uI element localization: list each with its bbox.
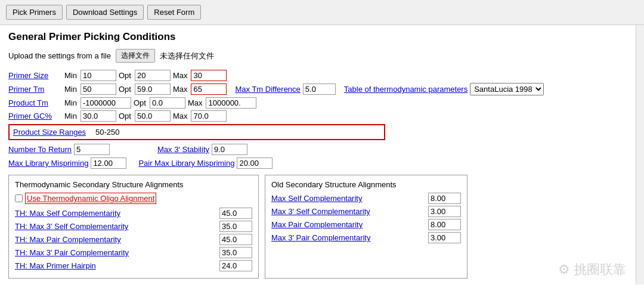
pair-max-lib-mispriming-input[interactable] [237,157,273,169]
download-settings-button[interactable]: Download Settings [66,5,144,20]
primer-gc-row: Primer GC% Min Opt Max [8,110,636,122]
page-title: General Primer Picking Conditions [8,31,636,43]
upload-row: Upload the settings from a file 选择文件 未选择… [8,49,636,63]
thermo-row-label-1[interactable]: TH: Max 3' Self Complementarity [15,222,216,231]
thermo-checkbox-label[interactable]: Use Thermodynamic Oligo Alignment [25,193,156,204]
old-panel-row: Max 3' Pair Complementarity [271,232,461,243]
max-3-stability-item: Max 3' Stability [157,144,247,155]
max-tm-diff-label[interactable]: Max Tm Difference [235,85,300,94]
primer-size-opt-input[interactable] [135,70,171,81]
primer-tm-min-label: Min [64,85,77,94]
thermo-panel-row: TH: Max Primer Hairpin [15,260,252,271]
old-panel-row: Max Self Complementarity [271,193,461,204]
thermo-table-select[interactable]: SantaLucia 1998 [470,83,544,95]
primer-size-min-label: Min [64,71,77,80]
thermo-panel-row: TH: Max 3' Self Complementarity [15,221,252,232]
number-to-return-label[interactable]: Number To Return [8,145,72,154]
old-panel-row: Max 3' Self Complementarity [271,206,461,217]
old-row-label-2[interactable]: Max Pair Complementarity [271,220,425,229]
primer-gc-opt-input[interactable] [135,110,171,122]
primer-gc-opt-label: Opt [119,112,131,120]
product-tm-max-input[interactable] [206,97,256,109]
thermo-panel-title: Thermodynamic Secondary Structure Alignm… [15,180,252,189]
thermo-row-input-0[interactable] [219,208,252,219]
old-row-input-2[interactable] [428,219,461,230]
thermo-row-label-2[interactable]: TH: Max Pair Complementarity [15,235,216,244]
max-lib-mispriming-input[interactable] [91,157,126,169]
reset-form-button[interactable]: Reset Form [147,5,201,20]
primer-gc-min-input[interactable] [80,110,116,122]
thermo-row-input-3[interactable] [219,247,252,258]
panels-row: Thermodynamic Secondary Structure Alignm… [8,175,636,279]
thermo-row-label-3[interactable]: TH: Max 3' Pair Complementarity [15,248,216,257]
number-to-return-input[interactable] [74,144,110,155]
max-tm-diff-input[interactable] [303,84,336,95]
pair-max-lib-mispriming-item: Pair Max Library Mispriming [138,157,273,169]
product-tm-opt-input[interactable] [150,97,185,109]
old-row-label-1[interactable]: Max 3' Self Complementarity [271,207,425,216]
pick-primers-button[interactable]: Pick Primers [6,5,63,20]
lib-row: Max Library Mispriming Pair Max Library … [8,157,636,169]
primer-tm-opt-input[interactable] [135,84,171,95]
thermo-row-label-0[interactable]: TH: Max Self Complementarity [15,209,216,218]
primer-gc-label[interactable]: Primer GC% [8,112,62,120]
primer-size-opt-label: Opt [119,71,131,80]
thermo-checkbox[interactable] [15,194,23,202]
product-tm-opt-label: Opt [134,98,146,107]
toolbar: Pick Primers Download Settings Reset For… [0,0,644,25]
mid-row: Number To Return Max 3' Stability [8,144,636,155]
number-to-return-item: Number To Return [8,144,110,155]
thermo-panel-row: TH: Max Pair Complementarity [15,234,252,245]
primer-size-label[interactable]: Primer Size [8,71,62,80]
product-tm-min-label: Min [64,98,77,107]
old-panel: Old Secondary Structure Alignments Max S… [265,175,467,279]
product-size-ranges-label[interactable]: Product Size Ranges [13,128,91,137]
max-lib-mispriming-item: Max Library Mispriming [8,157,126,169]
old-row-input-0[interactable] [428,193,461,204]
primer-tm-max-label: Max [173,85,188,94]
table-thermo-label[interactable]: Table of thermodynamic parameters [344,85,467,94]
choose-file-button[interactable]: 选择文件 [116,49,155,63]
primer-tm-row: Primer Tm Min Opt Max Max Tm Difference … [8,83,636,95]
thermo-checkbox-row: Use Thermodynamic Oligo Alignment [15,193,252,204]
product-size-row: Product Size Ranges [8,124,636,140]
max-3-stability-label[interactable]: Max 3' Stability [157,145,209,154]
thermo-panel-row: TH: Max Self Complementarity [15,208,252,219]
primer-size-max-label: Max [173,71,188,80]
thermo-panel: Thermodynamic Secondary Structure Alignm… [8,175,259,279]
thermo-rows: TH: Max Self Complementarity TH: Max 3' … [15,208,252,271]
thermo-row-input-2[interactable] [219,234,252,245]
product-tm-row: Product Tm Min Opt Max [8,97,636,109]
primer-size-row: Primer Size Min Opt Max [8,70,636,81]
main-content: General Primer Picking Conditions Upload… [0,25,644,285]
old-rows: Max Self Complementarity Max 3' Self Com… [271,193,461,243]
old-panel-title: Old Secondary Structure Alignments [271,180,461,189]
old-row-label-0[interactable]: Max Self Complementarity [271,194,425,203]
thermo-panel-row: TH: Max 3' Pair Complementarity [15,247,252,258]
product-size-ranges-input[interactable] [94,127,380,137]
product-tm-min-input[interactable] [80,97,131,109]
primer-size-min-input[interactable] [80,70,116,81]
old-row-input-1[interactable] [428,206,461,217]
primer-tm-max-input[interactable] [191,84,227,95]
primer-gc-max-label: Max [173,112,188,120]
primer-gc-min-label: Min [64,112,77,120]
pair-max-lib-mispriming-label[interactable]: Pair Max Library Mispriming [138,159,234,168]
old-row-label-3[interactable]: Max 3' Pair Complementarity [271,233,425,242]
old-row-input-3[interactable] [428,232,461,243]
thermo-row-input-1[interactable] [219,221,252,232]
product-tm-label[interactable]: Product Tm [8,98,62,107]
max-lib-mispriming-label[interactable]: Max Library Mispriming [8,159,88,168]
primer-tm-opt-label: Opt [119,85,131,94]
thermo-row-label-4[interactable]: TH: Max Primer Hairpin [15,261,216,270]
primer-gc-max-input[interactable] [191,110,227,122]
upload-label: Upload the settings from a file [8,51,111,60]
primer-size-max-input[interactable] [191,70,227,81]
product-tm-max-label: Max [188,98,203,107]
primer-tm-label[interactable]: Primer Tm [8,85,62,94]
no-file-label: 未选择任何文件 [160,51,214,61]
thermo-row-input-4[interactable] [219,260,252,271]
max-3-stability-input[interactable] [212,144,247,155]
primer-tm-min-input[interactable] [80,84,116,95]
scrollbar[interactable] [636,25,644,285]
